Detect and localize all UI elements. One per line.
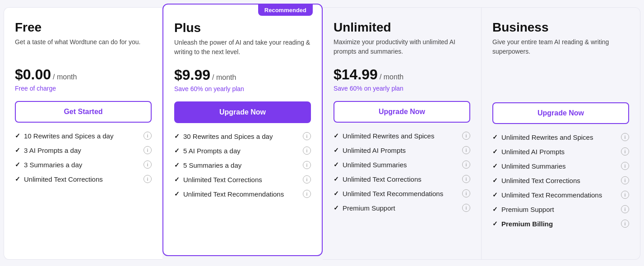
feature-text: Unlimited Rewrites and Spices bbox=[501, 133, 593, 141]
features-list-free: ✓ 10 Rewrites and Spices a day i ✓ 3 AI … bbox=[15, 132, 152, 183]
check-icon: ✓ bbox=[334, 175, 339, 183]
feature-text: 5 AI Prompts a day bbox=[183, 147, 241, 155]
feature-text: Premium Billing bbox=[501, 220, 553, 228]
check-icon: ✓ bbox=[334, 190, 339, 197]
plan-description-free: Get a taste of what Wordtune can do for … bbox=[15, 37, 152, 59]
feature-text: Unlimited Rewrites and Spices bbox=[343, 132, 434, 140]
feature-item: ✓ Unlimited Text Corrections i bbox=[492, 176, 629, 184]
info-icon[interactable]: i bbox=[462, 132, 470, 140]
price-period-unlimited: / month bbox=[380, 73, 403, 81]
feature-text: Unlimited Text Recommendations bbox=[183, 190, 284, 198]
feature-item: ✓ Unlimited Summaries i bbox=[334, 161, 470, 169]
info-icon[interactable]: i bbox=[144, 161, 152, 169]
info-icon[interactable]: i bbox=[144, 132, 152, 140]
feature-text: 3 Summaries a day bbox=[24, 161, 82, 169]
feature-text: Unlimited Text Recommendations bbox=[501, 191, 602, 199]
feature-text: Unlimited Text Corrections bbox=[343, 175, 422, 183]
info-icon[interactable]: i bbox=[621, 147, 629, 156]
plan-description-plus: Unleash the power of AI and take your re… bbox=[174, 38, 311, 60]
plan-name-free: Free bbox=[15, 20, 152, 35]
info-icon[interactable]: i bbox=[621, 162, 629, 170]
check-icon: ✓ bbox=[174, 176, 180, 183]
feature-item: ✓ 3 Summaries a day i bbox=[15, 161, 152, 169]
plan-button-unlimited[interactable]: Upgrade Now bbox=[334, 101, 470, 123]
check-icon: ✓ bbox=[334, 147, 339, 154]
info-icon[interactable]: i bbox=[621, 205, 629, 213]
feature-text: Unlimited Summaries bbox=[343, 161, 407, 169]
info-icon[interactable]: i bbox=[462, 146, 470, 154]
info-icon[interactable]: i bbox=[144, 146, 152, 154]
plan-card-unlimited: UnlimitedMaximize your productivity with… bbox=[323, 7, 482, 260]
plan-card-plus: RecommendedPlusUnleash the power of AI a… bbox=[162, 4, 323, 256]
check-icon: ✓ bbox=[15, 175, 20, 183]
feature-item: ✓ 3 AI Prompts a day i bbox=[15, 146, 152, 154]
info-icon[interactable]: i bbox=[303, 161, 311, 169]
info-icon[interactable]: i bbox=[621, 133, 629, 141]
check-icon: ✓ bbox=[334, 204, 339, 211]
features-list-unlimited: ✓ Unlimited Rewrites and Spices i ✓ Unli… bbox=[334, 132, 470, 212]
check-icon: ✓ bbox=[492, 162, 498, 170]
check-icon: ✓ bbox=[15, 147, 20, 154]
info-icon[interactable]: i bbox=[462, 161, 470, 169]
feature-item: ✓ Unlimited Rewrites and Spices i bbox=[492, 133, 629, 141]
check-icon: ✓ bbox=[492, 148, 498, 155]
feature-text: 5 Summaries a day bbox=[183, 161, 241, 169]
feature-item: ✓ Unlimited Text Corrections i bbox=[334, 175, 470, 183]
feature-item: ✓ Unlimited AI Prompts i bbox=[492, 147, 629, 156]
check-icon: ✓ bbox=[174, 147, 180, 154]
info-icon[interactable]: i bbox=[621, 176, 629, 184]
price-amount-free: $0.00 bbox=[15, 66, 51, 83]
price-period-plus: / month bbox=[212, 73, 236, 82]
plan-button-free[interactable]: Get Started bbox=[15, 101, 152, 123]
feature-item: ✓ Unlimited Rewrites and Spices i bbox=[334, 132, 470, 140]
check-icon: ✓ bbox=[15, 161, 20, 168]
check-icon: ✓ bbox=[334, 161, 339, 168]
check-icon: ✓ bbox=[15, 132, 20, 139]
feature-text: Unlimited AI Prompts bbox=[343, 147, 406, 154]
info-icon[interactable]: i bbox=[621, 220, 629, 228]
info-icon[interactable]: i bbox=[303, 147, 311, 155]
info-icon[interactable]: i bbox=[462, 189, 470, 197]
feature-item: ✓ 5 AI Prompts a day i bbox=[174, 147, 311, 155]
plan-name-unlimited: Unlimited bbox=[334, 20, 470, 35]
feature-item: ✓ Unlimited Text Recommendations i bbox=[174, 190, 311, 198]
info-icon[interactable]: i bbox=[303, 190, 311, 198]
feature-item: ✓ Unlimited AI Prompts i bbox=[334, 146, 470, 154]
info-icon[interactable]: i bbox=[303, 175, 311, 183]
plan-description-business: Give your entire team AI reading & writi… bbox=[492, 37, 629, 59]
check-icon: ✓ bbox=[492, 133, 498, 141]
plan-name-plus: Plus bbox=[174, 21, 311, 35]
plan-button-plus[interactable]: Upgrade Now bbox=[174, 101, 311, 123]
feature-text: Unlimited AI Prompts bbox=[501, 148, 565, 156]
info-icon[interactable]: i bbox=[462, 175, 470, 183]
check-icon: ✓ bbox=[492, 191, 498, 198]
feature-text: 10 Rewrites and Spices a day bbox=[24, 132, 113, 140]
plan-price-unlimited: $14.99 / month bbox=[334, 66, 470, 83]
check-icon: ✓ bbox=[174, 133, 180, 140]
info-icon[interactable]: i bbox=[144, 175, 152, 183]
plan-card-business: BusinessGive your entire team AI reading… bbox=[482, 7, 640, 260]
price-save-unlimited: Save 60% on yearly plan bbox=[334, 85, 470, 94]
feature-item: ✓ Unlimited Summaries i bbox=[492, 162, 629, 170]
check-icon: ✓ bbox=[174, 161, 180, 169]
features-list-business: ✓ Unlimited Rewrites and Spices i ✓ Unli… bbox=[492, 133, 629, 228]
feature-text: Unlimited Text Corrections bbox=[183, 176, 262, 183]
plan-price-free: $0.00 / month bbox=[15, 66, 152, 83]
feature-item: ✓ 10 Rewrites and Spices a day i bbox=[15, 132, 152, 140]
feature-item: ✓ Premium Billing i bbox=[492, 220, 629, 228]
plan-button-business[interactable]: Upgrade Now bbox=[492, 102, 629, 124]
features-list-plus: ✓ 30 Rewrites and Spices a day i ✓ 5 AI … bbox=[174, 132, 311, 198]
price-save-free: Free of charge bbox=[15, 85, 152, 94]
feature-text: Unlimited Summaries bbox=[501, 162, 566, 170]
feature-text: Unlimited Text Corrections bbox=[501, 177, 580, 184]
info-icon[interactable]: i bbox=[621, 191, 629, 199]
recommended-badge: Recommended bbox=[258, 5, 313, 16]
info-icon[interactable]: i bbox=[462, 204, 470, 212]
plan-price-business bbox=[492, 66, 629, 84]
feature-item: ✓ Premium Support i bbox=[492, 205, 629, 213]
info-icon[interactable]: i bbox=[303, 132, 311, 140]
plans-container: FreeGet a taste of what Wordtune can do … bbox=[4, 7, 640, 260]
plan-price-plus: $9.99 / month bbox=[174, 67, 311, 83]
feature-text: Unlimited Text Corrections bbox=[24, 175, 103, 183]
feature-text: 30 Rewrites and Spices a day bbox=[183, 133, 273, 140]
